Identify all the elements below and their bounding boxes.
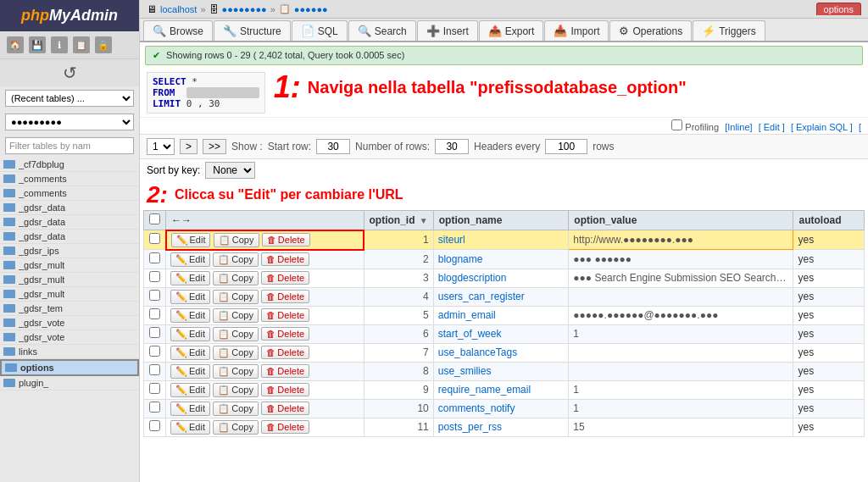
th-option-id[interactable]: option_id ▼ xyxy=(364,211,433,230)
reload-icon[interactable]: ↺ xyxy=(63,63,77,83)
lock-icon[interactable]: 🔒 xyxy=(95,36,112,53)
table-icon xyxy=(3,304,15,313)
edit-button[interactable]: ✏️ Edit xyxy=(170,327,210,341)
table-item[interactable]: _gdsr_data xyxy=(0,230,139,244)
tab-search[interactable]: 🔍Search xyxy=(348,20,416,41)
tab-import[interactable]: 📥Import xyxy=(544,20,609,41)
copy-button[interactable]: 📋 Copy xyxy=(213,383,259,397)
table-item[interactable]: _gdsr_mult xyxy=(0,273,139,287)
copy-button[interactable]: 📋 Copy xyxy=(213,308,259,323)
profiling-edit-link[interactable]: [ Edit ] xyxy=(759,122,785,132)
delete-button[interactable]: 🗑 Delete xyxy=(261,364,309,378)
edit-button[interactable]: ✏️ Edit xyxy=(170,383,210,397)
delete-button[interactable]: 🗑 Delete xyxy=(261,308,309,322)
page-select[interactable]: 1 xyxy=(147,138,175,155)
cell-option-id: 9 xyxy=(364,380,433,399)
table-item-options[interactable]: options xyxy=(0,359,139,376)
tab-insert[interactable]: ➕Insert xyxy=(417,20,478,41)
database-select[interactable]: ●●●●●●●●● xyxy=(5,114,134,130)
tab-sql[interactable]: 📄SQL xyxy=(292,20,348,41)
table-item[interactable]: _gdsr_data xyxy=(0,201,139,215)
recent-tables-select[interactable]: (Recent tables) ... xyxy=(5,90,134,107)
row-checkbox[interactable] xyxy=(149,420,160,431)
edit-button[interactable]: ✏️ Edit xyxy=(170,420,210,435)
table-item[interactable]: _comments xyxy=(0,186,139,201)
copy-button[interactable]: 📋 Copy xyxy=(213,271,259,285)
breadcrumb-server[interactable]: localhost xyxy=(160,4,197,14)
breadcrumb-table[interactable]: ●●●●●● xyxy=(294,4,328,14)
delete-button[interactable]: 🗑 Delete xyxy=(261,327,309,341)
table-item[interactable]: _gdsr_vote xyxy=(0,330,139,345)
tab-export-label: Export xyxy=(505,25,535,37)
delete-button[interactable]: 🗑 Delete xyxy=(261,252,309,266)
copy-button[interactable]: 📋 Copy xyxy=(213,290,259,304)
check-all-checkbox[interactable] xyxy=(149,213,160,224)
delete-button[interactable]: 🗑 Delete xyxy=(261,383,309,396)
row-checkbox[interactable] xyxy=(149,308,160,319)
row-checkbox[interactable] xyxy=(149,252,160,263)
row-checkbox[interactable] xyxy=(149,383,160,394)
row-checkbox[interactable] xyxy=(149,233,160,244)
copy-button[interactable]: 📋 Copy xyxy=(213,252,259,267)
copy-button[interactable]: 📋 Copy xyxy=(213,364,259,379)
table-item[interactable]: _gdsr_data xyxy=(0,215,139,230)
table-item[interactable]: _comments xyxy=(0,172,139,186)
num-rows-input[interactable] xyxy=(435,139,469,154)
profiling-inline-link[interactable]: [Inline] xyxy=(725,122,752,132)
home-icon[interactable]: 🏠 xyxy=(7,36,24,53)
copy-button[interactable]: 📋 Copy xyxy=(213,402,259,416)
delete-button[interactable]: 🗑 Delete xyxy=(262,233,310,247)
breadcrumb-database[interactable]: ●●●●●●●● xyxy=(222,4,267,14)
row-checkbox[interactable] xyxy=(149,402,160,413)
delete-button[interactable]: 🗑 Delete xyxy=(261,402,309,415)
profiling-explain-link[interactable]: [ Explain SQL ] xyxy=(791,122,853,132)
filter-tables-input[interactable]: Filter tables by nam xyxy=(5,137,134,154)
delete-button[interactable]: 🗑 Delete xyxy=(261,290,309,303)
table-item[interactable]: links xyxy=(0,345,139,359)
copy-button[interactable]: 📋 Copy xyxy=(213,327,259,341)
row-checkbox[interactable] xyxy=(149,346,160,357)
edit-button[interactable]: ✏️ Edit xyxy=(171,233,211,247)
edit-button[interactable]: ✏️ Edit xyxy=(170,290,210,304)
tab-operations[interactable]: ⚙Operations xyxy=(609,20,692,41)
profiling-checkbox[interactable] xyxy=(671,119,682,130)
tab-triggers[interactable]: ⚡Triggers xyxy=(693,20,765,41)
th-option-name[interactable]: option_name xyxy=(433,211,569,230)
save-icon[interactable]: 💾 xyxy=(29,36,46,53)
edit-button[interactable]: ✏️ Edit xyxy=(170,252,210,267)
headers-input[interactable] xyxy=(545,139,587,154)
edit-button[interactable]: ✏️ Edit xyxy=(170,271,210,285)
table-item[interactable]: _gdsr_vote xyxy=(0,316,139,330)
edit-button[interactable]: ✏️ Edit xyxy=(170,364,210,379)
start-row-input[interactable] xyxy=(316,139,350,154)
table-item[interactable]: plugin_ xyxy=(0,376,139,391)
row-checkbox[interactable] xyxy=(149,290,160,301)
edit-button[interactable]: ✏️ Edit xyxy=(170,308,210,323)
copy-button[interactable]: 📋 Copy xyxy=(213,346,259,360)
next-page-button[interactable]: > xyxy=(180,139,198,154)
row-checkbox[interactable] xyxy=(149,271,160,282)
last-page-button[interactable]: >> xyxy=(203,139,226,154)
table-item[interactable]: _cf7dbplug xyxy=(0,158,139,172)
tab-export[interactable]: 📤Export xyxy=(479,20,544,41)
tab-structure[interactable]: 🔧Structure xyxy=(214,20,291,41)
table-item[interactable]: _gdsr_ips xyxy=(0,244,139,258)
breadcrumb-tab-options[interactable]: options xyxy=(816,3,861,15)
table-item[interactable]: _gdsr_mult xyxy=(0,287,139,302)
profiling-more-link[interactable]: [ xyxy=(859,122,861,132)
delete-button[interactable]: 🗑 Delete xyxy=(261,420,309,434)
info-icon[interactable]: ℹ xyxy=(51,36,68,53)
edit-button[interactable]: ✏️ Edit xyxy=(170,402,210,416)
table-item[interactable]: _gdsr_mult xyxy=(0,258,139,273)
row-checkbox[interactable] xyxy=(149,364,160,375)
copy-button[interactable]: 📋 Copy xyxy=(214,233,259,247)
sort-select[interactable]: None xyxy=(205,162,255,179)
docs-icon[interactable]: 📋 xyxy=(73,36,90,53)
table-item[interactable]: _gdsr_tem xyxy=(0,302,139,316)
tab-browse[interactable]: 🔍Browse xyxy=(143,20,213,41)
copy-button[interactable]: 📋 Copy xyxy=(213,420,259,435)
edit-button[interactable]: ✏️ Edit xyxy=(170,346,210,360)
delete-button[interactable]: 🗑 Delete xyxy=(261,271,309,285)
row-checkbox[interactable] xyxy=(149,327,160,338)
delete-button[interactable]: 🗑 Delete xyxy=(261,346,309,359)
